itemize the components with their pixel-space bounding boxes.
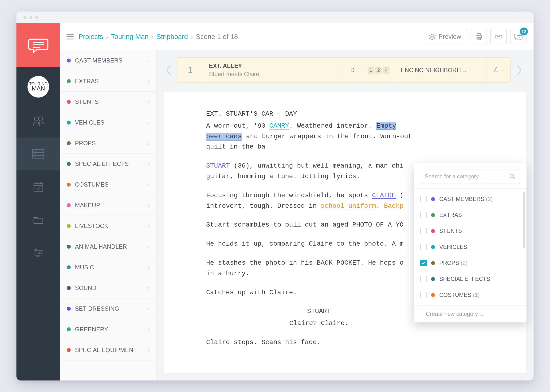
category-item[interactable]: ANIMAL HANDLER› bbox=[60, 236, 156, 257]
script-paragraph: STUART (36), unwitting but well-meaning,… bbox=[206, 161, 413, 182]
category-item[interactable]: GREENERY› bbox=[60, 319, 156, 340]
content-area: Projects › Touring Man › Stripboard › Sc… bbox=[60, 23, 534, 380]
strip-scene-sub: Stuart meets Claire. bbox=[209, 71, 261, 77]
tag-vehicle[interactable]: CAMRY bbox=[269, 122, 289, 129]
main: CAST MEMBERS›EXTRAS›STUNTS›VEHICLES›PROP… bbox=[60, 50, 534, 380]
project-badge[interactable]: TOURING MAN bbox=[28, 76, 49, 98]
popover-category-row[interactable]: STUNTS bbox=[414, 223, 527, 239]
breadcrumb-project[interactable]: Touring Man bbox=[111, 33, 148, 41]
color-swatch bbox=[431, 213, 435, 217]
comments-button[interactable]: 12 bbox=[510, 29, 527, 44]
color-swatch bbox=[67, 286, 71, 290]
chevron-right-icon: › bbox=[148, 57, 150, 64]
color-swatch bbox=[431, 277, 435, 281]
nav-settings[interactable] bbox=[16, 236, 60, 269]
traffic-light-dot[interactable] bbox=[23, 16, 27, 19]
calendar-icon bbox=[33, 182, 44, 192]
category-item[interactable]: SPECIAL EFFECTS› bbox=[60, 154, 156, 174]
link-button[interactable] bbox=[490, 29, 507, 44]
scrollbar[interactable] bbox=[523, 192, 525, 248]
category-item[interactable]: SET DRESSING› bbox=[60, 298, 156, 319]
category-label: SOUND bbox=[75, 285, 143, 291]
checkbox[interactable] bbox=[420, 228, 427, 234]
create-category-button[interactable]: + Create new category… bbox=[414, 305, 527, 322]
popover-category-row[interactable]: COSTUMES (1) bbox=[414, 287, 527, 303]
checkbox[interactable] bbox=[420, 260, 427, 266]
category-label: PROPS bbox=[75, 140, 143, 147]
category-item[interactable]: SPECIAL EQUIPMENT› bbox=[60, 340, 156, 361]
category-item[interactable]: CAST MEMBERS› bbox=[60, 50, 156, 71]
category-item[interactable]: SOUND› bbox=[60, 278, 156, 298]
color-swatch bbox=[67, 120, 71, 125]
script-paragraph: He stashes the photo in his BACK POCKET.… bbox=[206, 258, 413, 279]
category-item[interactable]: EXTRAS› bbox=[60, 71, 156, 92]
category-item[interactable]: LIVESTOCK› bbox=[60, 216, 156, 236]
menu-button[interactable] bbox=[65, 31, 75, 42]
breadcrumb-stripboard[interactable]: Stripboard bbox=[156, 33, 188, 41]
category-label: ANIMAL HANDLER bbox=[75, 243, 143, 250]
tag-costume[interactable]: school uniform bbox=[321, 202, 376, 210]
nav-people[interactable] bbox=[16, 105, 60, 138]
category-item[interactable]: MUSIC› bbox=[60, 257, 156, 278]
category-label: COSTUMES bbox=[75, 181, 143, 188]
category-item[interactable]: STUNTS› bbox=[60, 92, 156, 112]
plus-icon: + bbox=[420, 311, 423, 317]
category-item[interactable]: MAKEUP› bbox=[60, 195, 156, 216]
chevron-right-icon: › bbox=[191, 33, 193, 41]
popover-category-row[interactable]: CAST MEMBERS (2) bbox=[414, 191, 527, 207]
popover-category-row[interactable]: SPECIAL EFFECTS bbox=[414, 271, 527, 287]
popover-category-row[interactable]: VEHICLES bbox=[414, 239, 527, 255]
traffic-light-dot[interactable] bbox=[29, 16, 32, 19]
category-search-input[interactable] bbox=[425, 173, 509, 180]
prev-scene-button[interactable] bbox=[161, 57, 175, 83]
checkbox[interactable] bbox=[420, 196, 427, 202]
color-swatch bbox=[67, 79, 71, 83]
rail-nav bbox=[16, 105, 60, 269]
checkbox[interactable] bbox=[420, 244, 427, 250]
tag-cast[interactable]: CLAIRE bbox=[372, 192, 396, 199]
cast-tag: 1 bbox=[368, 67, 374, 74]
scene-strip[interactable]: 1 EXT. ALLEY Stuart meets Claire. D 124 … bbox=[177, 57, 510, 83]
checkbox[interactable] bbox=[420, 292, 427, 298]
popover-category-label: PROPS (2) bbox=[439, 260, 467, 266]
print-button[interactable] bbox=[471, 29, 487, 44]
popover-category-label: EXTRAS bbox=[439, 212, 462, 218]
cast-tag: 2 bbox=[375, 67, 382, 74]
chevron-right-icon: › bbox=[148, 119, 150, 126]
strip-pages[interactable]: 4 ⌄ bbox=[487, 58, 510, 83]
popover-category-label: VEHICLES bbox=[439, 244, 467, 250]
popover-category-row[interactable]: PROPS (2) bbox=[414, 255, 527, 271]
popover-category-row[interactable]: EXTRAS bbox=[414, 207, 527, 223]
dialogue: Claire? Claire. bbox=[206, 318, 413, 329]
category-item[interactable]: COSTUMES› bbox=[60, 174, 156, 195]
popover-category-label: SPECIAL EFFECTS bbox=[439, 276, 490, 282]
nav-files[interactable] bbox=[16, 203, 60, 236]
preview-button[interactable]: Preview bbox=[423, 29, 467, 44]
category-item[interactable]: PROPS› bbox=[60, 133, 156, 154]
breadcrumb-projects[interactable]: Projects bbox=[78, 33, 103, 41]
app-logo[interactable] bbox=[16, 23, 60, 67]
checkbox[interactable] bbox=[420, 212, 427, 218]
next-scene-button[interactable] bbox=[512, 57, 527, 83]
tag-cast[interactable]: STUART bbox=[206, 162, 230, 169]
svg-point-3 bbox=[34, 117, 39, 121]
traffic-light-dot[interactable] bbox=[35, 16, 38, 19]
script-content: EXT. STUART'S CAR - DAY A worn-out, '93 … bbox=[206, 109, 413, 348]
script-paragraph: He holds it up, comparing Claire to the … bbox=[206, 239, 413, 249]
chevron-right-icon: › bbox=[148, 284, 150, 292]
tag-costume[interactable]: Backp bbox=[384, 202, 404, 210]
category-item[interactable]: VEHICLES› bbox=[60, 112, 156, 133]
category-search[interactable] bbox=[420, 169, 520, 184]
nav-stripboard[interactable] bbox=[16, 138, 60, 170]
preview-label: Preview bbox=[439, 33, 461, 40]
breadcrumb-current: Scene 1 of 18 bbox=[196, 33, 238, 41]
chevron-right-icon: › bbox=[148, 160, 150, 168]
chevron-right-icon: › bbox=[148, 326, 150, 333]
chevron-right-icon: › bbox=[148, 202, 150, 209]
script-paragraph: Stuart scrambles to pull out an aged PHO… bbox=[206, 220, 413, 230]
checkbox[interactable] bbox=[420, 276, 427, 282]
category-label: GREENERY bbox=[75, 326, 143, 333]
color-swatch bbox=[67, 327, 71, 331]
svg-rect-24 bbox=[476, 35, 482, 38]
nav-calendar[interactable] bbox=[16, 170, 60, 203]
